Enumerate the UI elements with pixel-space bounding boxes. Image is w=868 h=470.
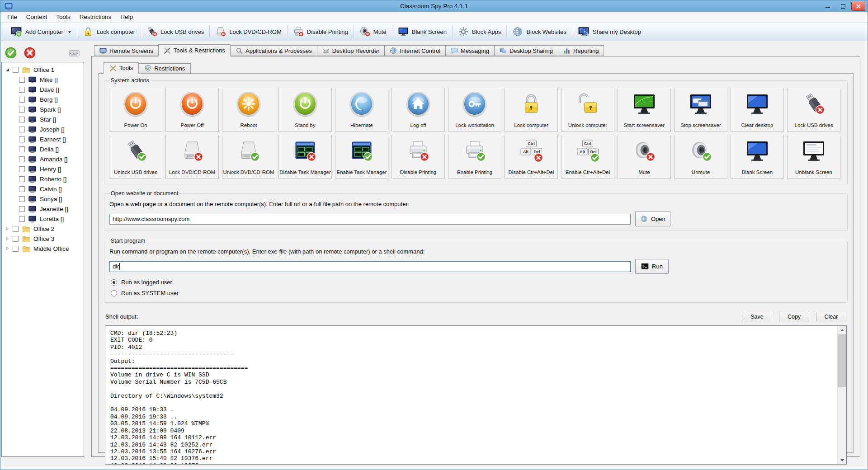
checkbox[interactable]	[19, 166, 25, 172]
toolbar-mute[interactable]: Mute	[354, 24, 392, 39]
action-enable-ctr-alt-del[interactable]: CtrlAltDelEnable Ctr+Alt+Del	[561, 135, 614, 179]
toolbar-lock-computer[interactable]: Lock computer	[77, 24, 141, 39]
twisty-expanded-icon[interactable]	[5, 67, 10, 72]
checkbox[interactable]	[19, 97, 25, 103]
maximize-button[interactable]	[836, 2, 850, 11]
scroll-up-arrow-icon[interactable]	[838, 326, 846, 334]
tree-computer-sonya[interactable]: Sonya []	[2, 194, 84, 204]
tree-computer-mike[interactable]: Mike []	[2, 75, 84, 85]
radio-run-as-logged-user[interactable]: Run as logged user	[111, 279, 844, 286]
tree-computer-dave[interactable]: Dave []	[2, 85, 84, 94]
menu-tools[interactable]: Tools	[52, 12, 75, 22]
scrollbar-thumb[interactable]	[838, 334, 846, 387]
toolbar-share-my-desktop[interactable]: Share my Desktop	[572, 24, 646, 39]
toolbar-block-apps[interactable]: Block Apps	[453, 24, 506, 39]
tree-computer-amanda[interactable]: Amanda []	[2, 154, 84, 164]
tab-tools-restrictions[interactable]: Tools & Restrictions	[158, 44, 231, 56]
action-blank-screen[interactable]: Blank Screen	[731, 135, 784, 179]
checkbox[interactable]	[19, 107, 25, 113]
scroll-down-arrow-icon[interactable]	[838, 456, 846, 464]
action-start-screensaver[interactable]: Start screensaver	[618, 88, 671, 132]
action-lock-dvd-cd-rom[interactable]: Lock DVD/CD-ROM	[165, 135, 219, 179]
action-power-on[interactable]: Power On	[109, 88, 162, 132]
save-button[interactable]: Save	[742, 312, 772, 321]
menu-help[interactable]: Help	[116, 12, 137, 22]
tree-computer-jeanette[interactable]: Jeanette []	[2, 204, 84, 214]
action-unlock-usb-drives[interactable]: Unlock USB drives	[109, 135, 162, 179]
checkbox[interactable]	[19, 196, 25, 202]
action-unlock-dvd-cd-rom[interactable]: Unlock DVD/CD-ROM	[222, 135, 275, 179]
menu-context[interactable]: Context	[22, 12, 52, 22]
checkbox[interactable]	[19, 156, 25, 162]
checkbox[interactable]	[19, 186, 25, 192]
radio-circle[interactable]	[111, 279, 117, 286]
twisty-collapsed-icon[interactable]	[5, 226, 10, 231]
tree-group-middle-office[interactable]: Middle Office	[2, 244, 84, 254]
action-unlock-computer[interactable]: Unlock computer	[561, 88, 614, 132]
close-button[interactable]	[851, 2, 865, 11]
action-stop-screensaver[interactable]: Stop screensaver	[674, 88, 727, 132]
action-unblank-screen[interactable]: Unblank Screen	[787, 135, 840, 179]
connect-button[interactable]	[5, 47, 17, 59]
action-enable-printing[interactable]: Enable Printing	[448, 135, 501, 179]
toolbar-lock-dvd-cd-rom[interactable]: Lock DVD/CD-ROM	[210, 24, 287, 39]
tab-messaging[interactable]: Messaging	[445, 45, 495, 56]
radio-run-as-system-user[interactable]: Run as SYSTEM user	[111, 290, 844, 296]
action-lock-workstation[interactable]: Lock workstation	[448, 88, 501, 132]
console-scrollbar[interactable]	[837, 326, 846, 464]
menu-restrictions[interactable]: Restrictions	[75, 12, 116, 22]
checkbox[interactable]	[19, 117, 25, 122]
toolbar-block-websites[interactable]: Block Websites	[507, 24, 572, 39]
chevron-down-icon[interactable]	[68, 31, 71, 33]
tab-internet-control[interactable]: Internet Control	[384, 45, 446, 56]
subtab-tools[interactable]: Tools	[104, 62, 139, 74]
action-mute[interactable]: Mute	[618, 135, 671, 179]
tab-reporting[interactable]: Reporting	[558, 45, 604, 56]
checkbox[interactable]	[19, 176, 25, 182]
tree-computer-della[interactable]: Della []	[2, 144, 84, 154]
checkbox[interactable]	[19, 146, 25, 152]
checkbox[interactable]	[13, 67, 19, 73]
action-log-off[interactable]: Log off	[392, 88, 445, 132]
action-disable-task-manager[interactable]: Disable Task Manager	[278, 135, 332, 179]
toolbar-disable-printing[interactable]: Disable Printing	[288, 24, 354, 39]
checkbox[interactable]	[19, 136, 25, 142]
toolbar-lock-usb-drives[interactable]: Lock USB drives	[141, 24, 209, 39]
checkbox[interactable]	[19, 127, 25, 132]
action-stand-by[interactable]: Stand by	[278, 88, 332, 132]
action-hibernate[interactable]: Hibernate	[335, 88, 388, 132]
keyboard-button[interactable]	[69, 47, 80, 58]
copy-button[interactable]: Copy	[779, 312, 809, 321]
checkbox[interactable]	[19, 77, 25, 83]
action-reboot[interactable]: Reboot	[222, 88, 275, 132]
command-input[interactable]: dir	[109, 261, 631, 272]
tree-group-office-2[interactable]: Office 2	[2, 224, 84, 234]
run-button[interactable]: Run	[635, 259, 669, 274]
minimize-button[interactable]	[821, 2, 835, 11]
tab-applications-processes[interactable]: Applications & Processes	[230, 45, 317, 56]
tree-computer-calvin[interactable]: Calvin []	[2, 184, 84, 194]
tree-group-office-1[interactable]: Office 1	[2, 65, 84, 75]
tree-computer-earnest[interactable]: Earnest []	[2, 134, 84, 144]
tree-computer-spark[interactable]: Spark []	[2, 104, 84, 114]
toolbar-add-computer[interactable]: Add Computer	[5, 24, 77, 39]
clear-button[interactable]: Clear	[816, 312, 846, 321]
action-lock-computer[interactable]: Lock computer	[505, 88, 558, 132]
title-bar[interactable]: Classroom Spy Pro 4.1.1	[0, 0, 868, 12]
action-clear-desktop[interactable]: Clear desktop	[731, 88, 784, 132]
checkbox[interactable]	[13, 246, 19, 252]
action-unmute[interactable]: Unmute	[674, 135, 727, 179]
menu-file[interactable]: File	[3, 12, 22, 22]
action-power-off[interactable]: Power Off	[165, 88, 219, 132]
checkbox[interactable]	[19, 216, 25, 222]
checkbox[interactable]	[13, 226, 19, 232]
action-disable-printing[interactable]: Disable Printing	[392, 135, 445, 179]
tree-computer-joseph[interactable]: Joseph []	[2, 124, 84, 134]
toolbar-blank-screen[interactable]: Blank Screen	[392, 24, 452, 39]
tab-desktop-sharing[interactable]: Desktop Sharing	[494, 45, 558, 56]
tree-computer-henry[interactable]: Henry []	[2, 164, 84, 174]
radio-circle[interactable]	[111, 290, 117, 296]
disconnect-button[interactable]	[24, 47, 36, 59]
tree-computer-borg[interactable]: Borg []	[2, 94, 84, 104]
tree-computer-roberto[interactable]: Roberto []	[2, 174, 84, 184]
